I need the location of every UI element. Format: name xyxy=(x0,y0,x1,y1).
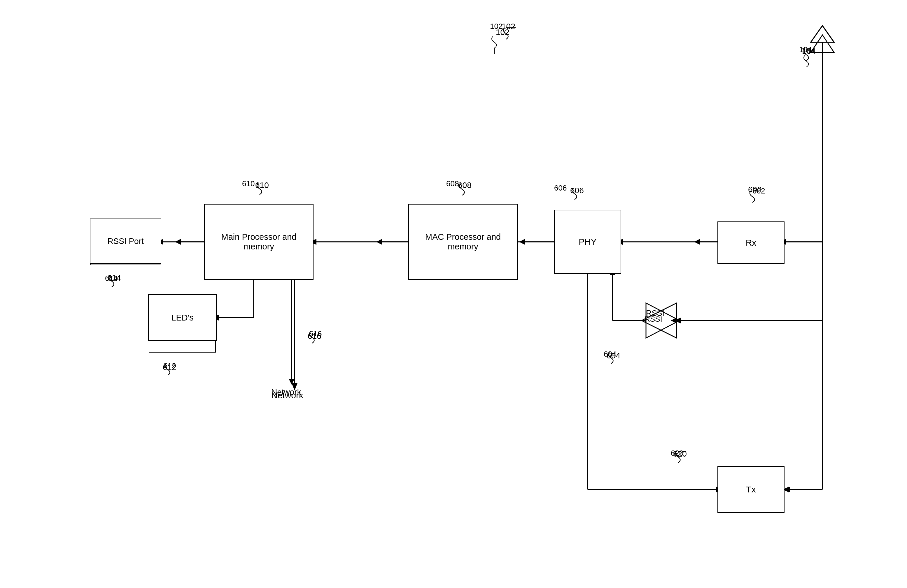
svg-marker-23 xyxy=(376,239,382,245)
main-processor-box: Main Processor and memory xyxy=(204,204,314,280)
rssi-triangle-text: RSSI xyxy=(646,309,664,318)
ref-102-label: 102 xyxy=(490,22,503,31)
network-label: Network xyxy=(271,390,303,400)
svg-marker-16 xyxy=(671,318,676,323)
svg-marker-12 xyxy=(694,239,700,245)
ref-602-text: 602 xyxy=(748,185,762,194)
svg-marker-30 xyxy=(289,379,295,385)
phy-box: PHY xyxy=(554,210,621,274)
svg-marker-21 xyxy=(519,239,525,245)
antenna-symbol xyxy=(814,29,831,53)
ref-620-text: 620 xyxy=(673,449,687,459)
ref-102-text: 102 xyxy=(502,22,515,31)
ref-606-label: 606 xyxy=(554,184,567,193)
svg-marker-9 xyxy=(785,487,790,492)
svg-marker-25 xyxy=(175,239,181,245)
ref-608-text: 608 xyxy=(458,181,471,190)
ref-614-text: 614 xyxy=(107,273,121,283)
rssi-port-box: RSSI Port xyxy=(90,219,161,264)
rx-box: Rx xyxy=(718,221,785,264)
ref-604-text: 604 xyxy=(607,351,620,360)
ref-104-text: 104 xyxy=(801,46,815,55)
tx-box: Tx xyxy=(718,466,785,513)
ref-616-text: 616 xyxy=(308,332,321,341)
ref-610-text: 610 xyxy=(255,181,269,190)
leds-box: LED's xyxy=(148,294,217,341)
mac-processor-box: MAC Processor and memory xyxy=(408,204,518,280)
ref-608-label: 608 xyxy=(446,179,459,188)
ref-610-label: 610 xyxy=(242,179,255,188)
ref-612-text: 612 xyxy=(163,363,176,372)
ref-606-text: 606 xyxy=(570,186,584,195)
